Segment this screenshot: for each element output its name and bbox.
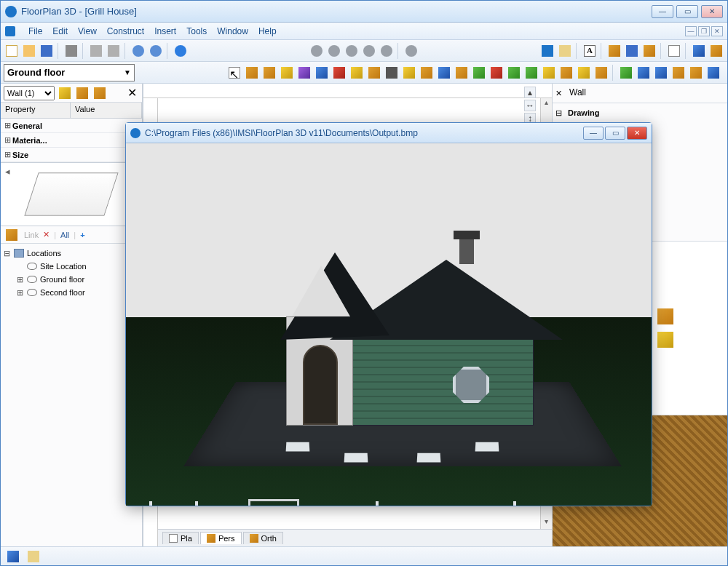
sort-button[interactable] xyxy=(92,86,107,100)
close-button[interactable]: ✕ xyxy=(701,5,723,18)
status-measure-button[interactable] xyxy=(25,549,41,565)
deck-tool-button[interactable] xyxy=(541,65,557,81)
fence-tool-button[interactable] xyxy=(576,65,592,81)
pin-button[interactable] xyxy=(58,86,72,100)
dim-icon[interactable] xyxy=(657,332,673,348)
print-button[interactable] xyxy=(63,43,79,59)
mdi-minimize-button[interactable]: — xyxy=(685,26,697,36)
export-button[interactable] xyxy=(670,65,687,81)
catalog-button[interactable] xyxy=(624,43,640,59)
path-tool-button[interactable] xyxy=(488,65,505,81)
opening-tool-button[interactable] xyxy=(296,65,312,81)
loc-add-button[interactable]: + xyxy=(80,231,84,239)
render-title-bar[interactable]: C:\Program Files (x86)\IMSI\FloorPlan 3D… xyxy=(126,123,652,143)
prop-group-size[interactable]: ⊞Size xyxy=(1,148,142,162)
measure-button[interactable] xyxy=(557,43,573,59)
render-minimize-button[interactable]: — xyxy=(583,127,604,140)
slab-tool-button[interactable] xyxy=(436,65,452,81)
door-tool-button[interactable] xyxy=(261,65,277,81)
dim-icon[interactable] xyxy=(657,308,673,324)
level-combo[interactable]: Ground floor ▼ xyxy=(4,64,135,81)
maximize-button[interactable]: ▭ xyxy=(676,5,698,18)
menu-file[interactable]: File xyxy=(28,26,42,36)
menu-construct[interactable]: Construct xyxy=(107,26,144,36)
camera-tool-button[interactable] xyxy=(384,65,400,81)
loc-tool-1[interactable] xyxy=(4,227,20,243)
grid-button[interactable] xyxy=(666,43,682,59)
column-tool-button[interactable] xyxy=(314,65,330,81)
mdi-close-button[interactable]: ✕ xyxy=(711,26,723,36)
col-value[interactable]: Value xyxy=(71,103,142,118)
roof-wizard-button[interactable] xyxy=(653,65,669,81)
tree-root[interactable]: ⊟ Locations xyxy=(2,247,141,260)
tab-plan[interactable]: Pla xyxy=(162,532,199,544)
render-button[interactable] xyxy=(691,43,707,59)
preview-prev-button[interactable]: ◂ xyxy=(5,166,10,177)
beam-tool-button[interactable] xyxy=(331,65,347,81)
render-maximize-button[interactable]: ▭ xyxy=(605,127,625,140)
zoom-out-button[interactable] xyxy=(326,43,342,59)
tab-perspective[interactable]: Pers xyxy=(200,532,242,544)
menu-view[interactable]: View xyxy=(78,26,97,36)
open-button[interactable] xyxy=(21,43,37,59)
menu-insert[interactable]: Insert xyxy=(154,26,176,36)
new-button[interactable] xyxy=(4,43,20,59)
help-button[interactable] xyxy=(173,43,189,59)
house-wizard-button[interactable] xyxy=(636,65,652,81)
loc-delete-button[interactable]: ✕ xyxy=(43,230,50,239)
region-tool-button[interactable] xyxy=(506,65,522,81)
scroll-down-button[interactable]: ▾ xyxy=(541,517,552,529)
library-button[interactable] xyxy=(705,65,721,81)
select-tool-button[interactable]: ↖ xyxy=(226,65,242,81)
cat-root[interactable]: ⊟Drawing xyxy=(555,106,724,119)
redo-button[interactable] xyxy=(148,43,164,59)
zoom-window-button[interactable] xyxy=(344,43,360,59)
tab-orthographic[interactable]: Orth xyxy=(243,532,283,544)
settings-button[interactable] xyxy=(708,43,724,59)
prop-group-general[interactable]: ⊞General xyxy=(1,119,142,133)
loc-all-button[interactable]: All xyxy=(60,231,69,239)
import-button[interactable] xyxy=(688,65,704,81)
status-home-button[interactable] xyxy=(5,549,21,565)
viewport-left-button[interactable]: ↔ xyxy=(524,100,536,111)
filter-button[interactable] xyxy=(75,86,90,100)
zoom-extents-button[interactable] xyxy=(361,43,377,59)
text-tool-button[interactable]: A xyxy=(582,43,598,59)
mdi-restore-button[interactable]: ❐ xyxy=(698,26,710,36)
menu-help[interactable]: Help xyxy=(258,26,277,36)
cut-button[interactable] xyxy=(88,43,104,59)
copy-button[interactable] xyxy=(106,43,122,59)
plant-tool-button[interactable] xyxy=(523,65,539,81)
undo-button[interactable] xyxy=(130,43,146,59)
package-button[interactable] xyxy=(539,43,555,59)
light-tool-button[interactable] xyxy=(401,65,417,81)
menu-tools[interactable]: Tools xyxy=(186,26,207,36)
gate-tool-button[interactable] xyxy=(593,65,609,81)
layers-button[interactable] xyxy=(641,43,657,59)
tree-site-location[interactable]: Site Location xyxy=(2,260,141,273)
ceiling-tool-button[interactable] xyxy=(454,65,470,81)
col-property[interactable]: Property xyxy=(1,103,71,118)
prop-group-material[interactable]: ⊞Materia... xyxy=(1,133,142,148)
menu-edit[interactable]: Edit xyxy=(52,26,68,36)
zoom-prev-button[interactable] xyxy=(379,43,395,59)
estimate-button[interactable] xyxy=(618,65,634,81)
zoom-in-button[interactable] xyxy=(309,43,325,59)
stair-tool-button[interactable] xyxy=(349,65,365,81)
render-close-button[interactable]: ✕ xyxy=(627,127,647,140)
wall-tool-button[interactable] xyxy=(244,65,260,81)
tree-ground-floor[interactable]: ⊞ Ground floor xyxy=(2,273,141,286)
save-button[interactable] xyxy=(39,43,55,59)
catalog-close-button[interactable]: ✕ xyxy=(555,89,562,98)
menu-window[interactable]: Window xyxy=(217,26,248,36)
material-button[interactable] xyxy=(606,43,622,59)
roof-tool-button[interactable] xyxy=(419,65,435,81)
object-combo[interactable]: Wall (1) xyxy=(4,86,55,100)
panel-close-button[interactable]: ✕ xyxy=(124,86,139,100)
scroll-up-button[interactable]: ▴ xyxy=(541,98,552,110)
tree-second-floor[interactable]: ⊞ Second floor xyxy=(2,286,141,299)
minimize-button[interactable]: — xyxy=(652,5,673,18)
pan-button[interactable] xyxy=(403,43,419,59)
window-tool-button[interactable] xyxy=(279,65,295,81)
rail-tool-button[interactable] xyxy=(366,65,382,81)
